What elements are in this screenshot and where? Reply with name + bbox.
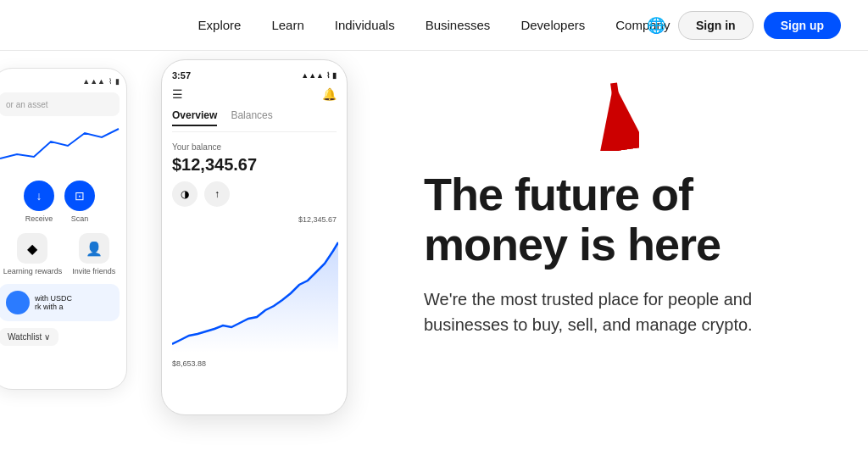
scan-label: Scan	[71, 214, 89, 223]
search-bar[interactable]: or an asset	[0, 92, 120, 116]
feature-row: ◆ Learning rewards 👤 Invite friends	[0, 233, 120, 275]
back-phone-chart	[0, 125, 120, 167]
usdc-icon	[6, 291, 30, 314]
battery-status: ▮	[332, 71, 337, 80]
tab-balances[interactable]: Balances	[231, 109, 272, 126]
usdc-banner: with USDC rk with a	[0, 284, 120, 321]
bell-icon[interactable]: 🔔	[322, 87, 337, 101]
nav-developers[interactable]: Developers	[520, 18, 585, 32]
nav-explore[interactable]: Explore	[198, 18, 242, 32]
phone-back: ▲▲▲ ⌇ ▮ or an asset ↓ Receive ⊡ Scan	[0, 68, 127, 390]
invite-btn[interactable]: 👤 Invite friends	[72, 233, 115, 275]
signal-icon: ▲▲▲	[82, 77, 105, 86]
nav-individuals[interactable]: Individuals	[335, 18, 395, 32]
hero-section: The future of money is here We're the mo…	[407, 51, 868, 456]
tabs-row: Overview Balances	[172, 109, 337, 132]
receive-btn[interactable]: ↓ Receive	[24, 181, 54, 223]
learning-label: Learning rewards	[3, 267, 63, 275]
nav-businesses[interactable]: Businesses	[426, 18, 491, 32]
navbar: Explore Learn Individuals Businesses Dev…	[0, 0, 868, 51]
portfolio-chart	[172, 225, 338, 353]
wifi-status: ⌇	[326, 71, 330, 80]
chart-low-label: $8,653.88	[172, 359, 337, 368]
balance-label: Your balance	[172, 142, 337, 152]
signal-bars: ▲▲▲	[301, 71, 324, 80]
chart-area: $12,345.67 $8,653.88	[172, 215, 337, 368]
search-placeholder: or an asset	[6, 100, 47, 109]
learning-btn[interactable]: ◆ Learning rewards	[3, 233, 63, 275]
phone-time: 3:57	[172, 70, 191, 81]
receive-label: Receive	[25, 214, 53, 223]
chart-high-label: $12,345.67	[172, 215, 337, 224]
scan-icon: ⊡	[64, 181, 95, 211]
balance-actions: ◑ ↑	[172, 181, 337, 207]
tab-overview[interactable]: Overview	[172, 109, 217, 126]
battery-icon: ▮	[115, 77, 120, 86]
learning-icon: ◆	[17, 233, 47, 264]
main-content: ▲▲▲ ⌇ ▮ or an asset ↓ Receive ⊡ Scan	[0, 51, 868, 456]
usdc-text: with USDC rk with a	[35, 294, 72, 311]
invite-label: Invite friends	[72, 267, 115, 275]
status-icons: ▲▲▲ ⌇ ▮	[301, 71, 337, 80]
receive-icon: ↓	[24, 181, 54, 211]
scan-btn[interactable]: ⊡ Scan	[64, 181, 95, 223]
action-row: ↓ Receive ⊡ Scan	[0, 181, 120, 223]
signin-button[interactable]: Sign in	[678, 11, 754, 40]
watchlist-label: Watchlist ∨	[8, 332, 50, 342]
globe-icon[interactable]: 🌐	[644, 14, 668, 37]
nav-learn[interactable]: Learn	[271, 18, 303, 32]
phone-back-status: ▲▲▲ ⌇ ▮	[0, 77, 120, 86]
wifi-icon: ⌇	[108, 77, 112, 86]
share-btn[interactable]: ↑	[204, 181, 230, 207]
phones-area: ▲▲▲ ⌇ ▮ or an asset ↓ Receive ⊡ Scan	[0, 51, 407, 456]
hero-subtitle: We're the most trusted place for people …	[424, 286, 763, 337]
phone-front: 3:57 ▲▲▲ ⌇ ▮ ☰ 🔔 Overview Balances Your …	[161, 59, 348, 415]
phone-menu-row: ☰ 🔔	[172, 87, 337, 101]
phone-status: 3:57 ▲▲▲ ⌇ ▮	[172, 70, 337, 81]
watchlist-btn[interactable]: Watchlist ∨	[0, 328, 58, 346]
hamburger-icon[interactable]: ☰	[172, 87, 183, 101]
invite-icon: 👤	[79, 233, 109, 264]
nav-right: 🌐 Sign in Sign up	[644, 11, 841, 40]
balance-value: $12,345.67	[172, 155, 337, 175]
signup-button[interactable]: Sign up	[764, 12, 841, 39]
hero-title: The future of money is here	[424, 170, 827, 270]
theme-toggle[interactable]: ◑	[172, 181, 198, 207]
